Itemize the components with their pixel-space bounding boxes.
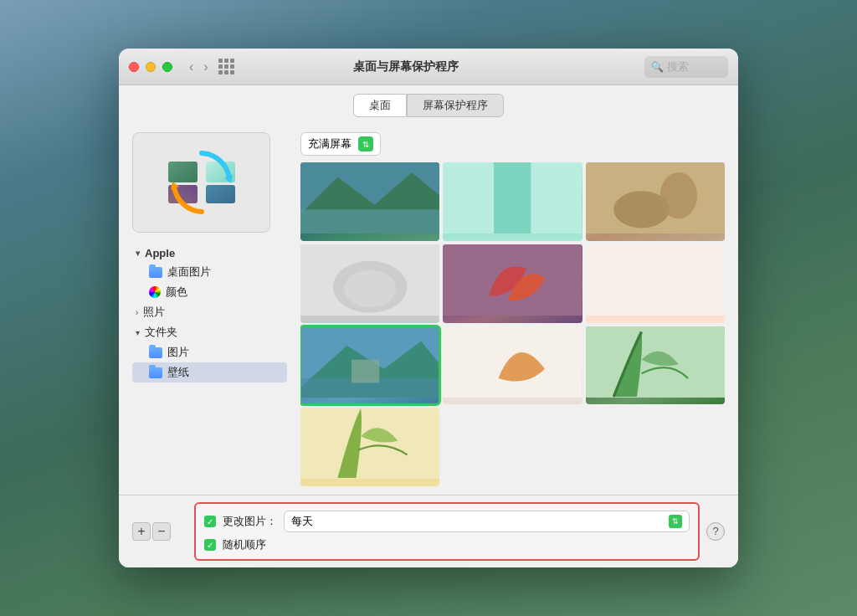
svg-rect-8 — [300, 209, 439, 234]
folder-icon-pics — [149, 347, 162, 358]
change-interval-value: 每天 — [291, 514, 313, 529]
random-order-label: 随机顺序 — [223, 537, 266, 552]
right-panel: 充满屏幕 ⇅ — [300, 132, 725, 486]
content-area: 桌面 屏幕保护程序 — [119, 85, 738, 567]
image-thumb-1[interactable] — [300, 162, 439, 241]
image-thumb-4[interactable] — [300, 244, 439, 323]
svg-rect-3 — [206, 185, 235, 203]
svg-point-16 — [344, 270, 396, 307]
svg-point-13 — [659, 172, 696, 218]
change-picture-row: ✓ 更改图片： 每天 ⇅ — [204, 511, 690, 532]
search-icon: 🔍 — [651, 61, 664, 73]
random-order-row: ✓ 随机顺序 — [204, 537, 690, 552]
collapse-icon: ▾ — [136, 249, 140, 258]
sidebar-item-pics[interactable]: 图片 — [132, 342, 287, 362]
help-button[interactable]: ? — [706, 522, 725, 541]
dropdown-arrow-icon: ⇅ — [358, 136, 373, 151]
random-order-checkbox[interactable]: ✓ — [204, 539, 216, 551]
color-icon — [149, 286, 161, 298]
tab-desktop[interactable]: 桌面 — [353, 94, 407, 117]
sidebar-apple-label: Apple — [145, 247, 175, 259]
image-thumb-10[interactable] — [300, 408, 439, 486]
image-thumb-6[interactable] — [586, 244, 725, 323]
image-thumb-9[interactable] — [586, 326, 725, 405]
image-thumb-8[interactable] — [443, 326, 582, 405]
traffic-lights — [129, 62, 172, 72]
folder-icon — [149, 267, 162, 278]
sidebar-tree: ▾ Apple 桌面图片 颜色 › 照片 — [132, 244, 287, 486]
sidebar-colors-label: 颜色 — [166, 285, 187, 300]
sidebar-item-colors[interactable]: 颜色 — [132, 282, 287, 302]
sidebar-pics-label: 图片 — [167, 345, 189, 360]
change-picture-label: 更改图片： — [223, 514, 277, 529]
main-window: ‹ › 桌面与屏幕保护程序 🔍 搜索 桌面 屏幕保护程序 — [119, 49, 738, 567]
change-options-panel: ✓ 更改图片： 每天 ⇅ ✓ 随机顺序 — [194, 502, 700, 561]
rotate-arrows-icon — [164, 145, 239, 220]
minimize-button[interactable] — [146, 62, 156, 72]
tab-screensaver[interactable]: 屏幕保护程序 — [407, 94, 504, 117]
window-title: 桌面与屏幕保护程序 — [167, 59, 644, 74]
bottom-bar: + − ✓ 更改图片： 每天 ⇅ ✓ 随机顺序 — [119, 495, 738, 567]
change-interval-arrow-icon: ⇅ — [669, 515, 682, 528]
sidebar-folders-label: 文件夹 — [145, 325, 177, 340]
expand-icon: › — [136, 308, 138, 317]
image-thumb-7[interactable] — [300, 326, 439, 405]
change-picture-checkbox[interactable]: ✓ — [204, 516, 216, 527]
fill-dropdown[interactable]: 充满屏幕 ⇅ — [300, 132, 381, 156]
change-interval-dropdown[interactable]: 每天 ⇅ — [284, 511, 690, 532]
svg-rect-10 — [494, 162, 531, 234]
dropdown-row: 充满屏幕 ⇅ — [300, 132, 725, 156]
preview-box — [132, 132, 270, 233]
add-remove-buttons: + − — [132, 522, 171, 541]
folder-icon-wallpapers — [149, 367, 162, 378]
sidebar-item-wallpapers[interactable]: 壁纸 — [132, 362, 287, 382]
add-button[interactable]: + — [132, 522, 151, 541]
titlebar: ‹ › 桌面与屏幕保护程序 🔍 搜索 — [119, 49, 738, 85]
image-thumb-2[interactable] — [443, 162, 582, 241]
svg-rect-0 — [168, 162, 198, 182]
image-thumb-5[interactable] — [443, 244, 582, 323]
tab-bar: 桌面 屏幕保护程序 — [119, 85, 738, 124]
sidebar-item-apple[interactable]: ▾ Apple — [132, 244, 287, 262]
remove-button[interactable]: − — [152, 522, 171, 541]
sidebar-item-folders[interactable]: ▾ 文件夹 — [132, 322, 287, 342]
main-area: ▾ Apple 桌面图片 颜色 › 照片 — [119, 124, 738, 495]
close-button[interactable] — [129, 62, 139, 72]
sidebar-desktop-pics-label: 桌面图片 — [167, 264, 211, 280]
sidebar-wallpapers-label: 壁纸 — [167, 365, 189, 380]
svg-rect-22 — [352, 359, 379, 382]
collapse-icon-folders: ▾ — [136, 328, 140, 337]
svg-rect-25 — [300, 408, 439, 479]
svg-rect-18 — [586, 244, 725, 316]
sidebar-photos-label: 照片 — [143, 305, 165, 320]
sidebar-item-photos[interactable]: › 照片 — [132, 302, 287, 322]
sidebar-item-desktop-pics[interactable]: 桌面图片 — [132, 262, 287, 282]
search-placeholder: 搜索 — [667, 59, 689, 74]
left-panel: ▾ Apple 桌面图片 颜色 › 照片 — [132, 132, 287, 486]
search-box[interactable]: 🔍 搜索 — [644, 56, 728, 78]
image-thumb-3[interactable] — [586, 162, 725, 241]
fill-dropdown-label: 充满屏幕 — [308, 136, 352, 151]
image-grid — [300, 162, 725, 486]
